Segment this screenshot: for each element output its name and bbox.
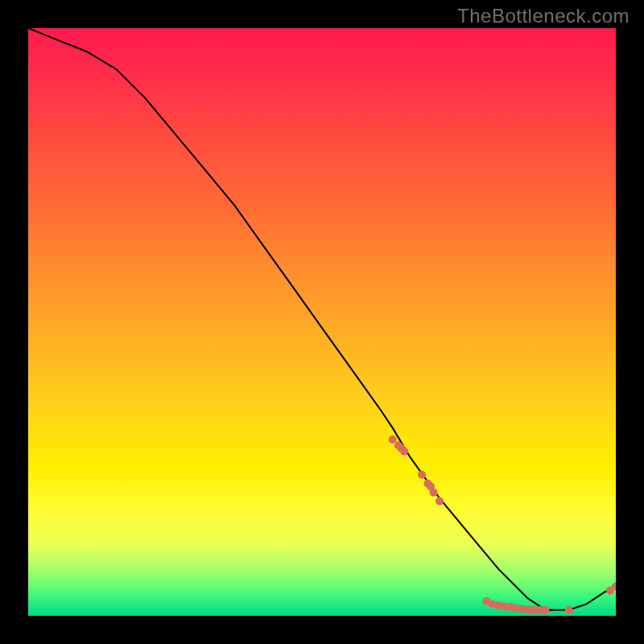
plot-area — [28, 28, 616, 616]
scatter-point — [565, 606, 573, 614]
scatter-point — [418, 471, 426, 479]
chart-container: TheBottleneck.com — [0, 0, 644, 644]
scatter-point — [400, 448, 408, 456]
scatter-points — [389, 436, 616, 614]
watermark-text: TheBottleneck.com — [457, 5, 630, 27]
curve-layer — [28, 28, 616, 616]
scatter-point — [430, 489, 438, 497]
scatter-point — [436, 497, 444, 506]
scatter-point — [541, 606, 549, 614]
scatter-point — [389, 436, 397, 444]
bottleneck-curve — [28, 28, 616, 610]
